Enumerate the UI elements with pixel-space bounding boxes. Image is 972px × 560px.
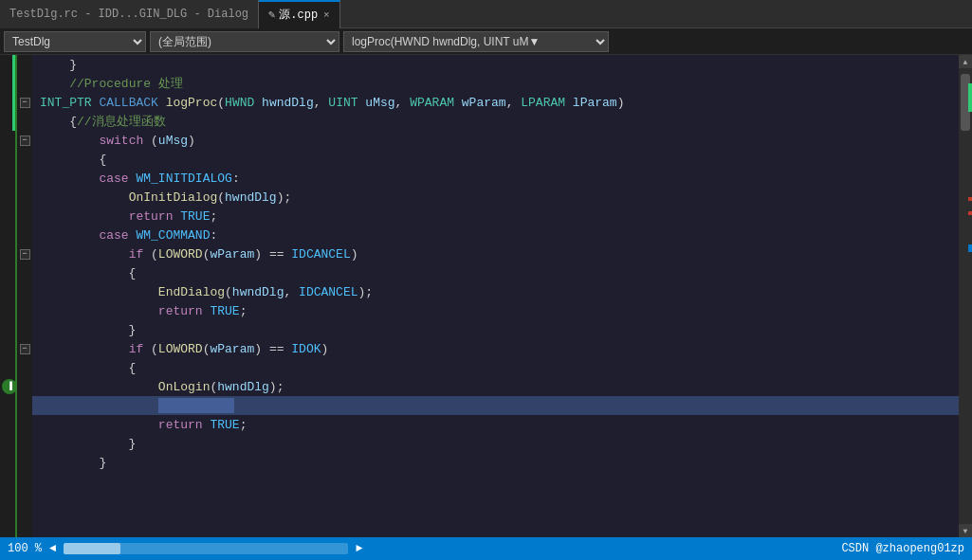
- code-line-12: {: [32, 263, 959, 282]
- code-line-7: case WM_INITDIALOG :: [32, 169, 959, 188]
- code-line-17: {: [32, 358, 959, 377]
- class-dropdown[interactable]: TestDlg: [4, 31, 146, 52]
- code-line-3: INT_PTR CALLBACK logProc ( HWND hwndDlg …: [32, 93, 959, 112]
- code-line-16: if ( LOWORD ( wParam ) == IDOK ): [32, 339, 959, 358]
- status-left: 100 % ◄ ►: [8, 542, 362, 555]
- code-line-22: }: [32, 453, 959, 472]
- tab-source-modified: ✎: [268, 8, 275, 22]
- horizontal-scrollbar-thumb[interactable]: [64, 543, 120, 554]
- tab-close-button[interactable]: ×: [323, 9, 330, 21]
- code-editor[interactable]: } //Procedure 处理 INT_PTR CALLBACK logPro…: [32, 55, 959, 537]
- fold-item-14: [17, 301, 32, 320]
- code-line-6: {: [32, 150, 959, 169]
- code-line-5: switch ( uMsg ): [32, 131, 959, 150]
- scroll-right-button[interactable]: ►: [356, 542, 362, 555]
- scroll-left-button[interactable]: ◄: [49, 542, 56, 555]
- left-gutter: ▐: [0, 55, 17, 537]
- editor-body: ▐ − − −: [0, 55, 972, 537]
- vertical-scrollbar[interactable]: ▲ ▼: [959, 55, 972, 537]
- fold-item-21: [17, 434, 32, 453]
- fold-item-4: [17, 112, 32, 131]
- tab-testdlg[interactable]: TestDlg.rc - IDD...GIN_DLG - Dialog: [0, 0, 259, 28]
- fold-box-16[interactable]: −: [20, 344, 30, 354]
- code-line-14: return TRUE ;: [32, 301, 959, 320]
- fold-item-18: [17, 377, 32, 396]
- fold-item-3[interactable]: −: [17, 93, 32, 112]
- highlight-selection: [158, 398, 234, 413]
- fold-item-2: [17, 74, 32, 93]
- scroll-marker-3: [968, 244, 972, 252]
- fold-box-3[interactable]: −: [20, 98, 30, 108]
- fold-item-10: [17, 226, 32, 244]
- code-line-15: }: [32, 320, 959, 339]
- status-bar: 100 % ◄ ► CSDN @zhaopeng01zp: [0, 537, 972, 560]
- scroll-marker-1: [968, 197, 972, 201]
- code-line-20: return TRUE ;: [32, 415, 959, 434]
- code-line-1: }: [32, 55, 959, 74]
- credit-text: CSDN @zhaopeng01zp: [841, 542, 964, 555]
- code-line-13: EndDialog ( hwndDlg , IDCANCEL );: [32, 282, 959, 301]
- fold-item-22: [17, 453, 32, 472]
- fold-box-11[interactable]: −: [20, 249, 30, 260]
- fold-item-12: [17, 263, 32, 282]
- status-right: CSDN @zhaopeng01zp: [841, 542, 964, 555]
- tab-source-label: 源.cpp: [279, 7, 318, 23]
- function-dropdown[interactable]: logProc(HWND hwndDlg, UINT uM▼: [343, 31, 609, 52]
- green-change-bar: [12, 55, 15, 537]
- tab-source-cpp[interactable]: ✎ 源.cpp ×: [259, 0, 340, 28]
- scroll-marker-2: [968, 211, 972, 215]
- code-line-9: return TRUE ;: [32, 207, 959, 226]
- fold-box-5[interactable]: −: [20, 135, 30, 146]
- scroll-marker-green: [968, 83, 972, 112]
- title-bar: TestDlg.rc - IDD...GIN_DLG - Dialog ✎ 源.…: [0, 0, 972, 28]
- fold-item-6: [17, 150, 32, 169]
- scroll-down-button[interactable]: ▼: [959, 524, 972, 537]
- tab-testdlg-label: TestDlg.rc - IDD...GIN_DLG - Dialog: [9, 8, 248, 21]
- fold-item-15: [17, 320, 32, 339]
- scope-dropdown[interactable]: (全局范围): [150, 31, 339, 52]
- fold-item-16[interactable]: −: [17, 339, 32, 358]
- code-line-2: //Procedure 处理: [32, 74, 959, 93]
- code-line-18: OnLogin ( hwndDlg );: [32, 377, 959, 396]
- scroll-up-button[interactable]: ▲: [959, 55, 972, 68]
- toolbar: TestDlg (全局范围) logProc(HWND hwndDlg, UIN…: [0, 28, 972, 55]
- bookmark-icon: ▐: [2, 379, 17, 394]
- code-line-19: [32, 396, 959, 415]
- code-line-11: if ( LOWORD ( wParam ) == IDCANCEL ): [32, 244, 959, 263]
- code-line-21: }: [32, 434, 959, 453]
- fold-item-5[interactable]: −: [17, 131, 32, 150]
- fold-item-20: [17, 415, 32, 434]
- fold-item-13: [17, 282, 32, 301]
- fold-item-11[interactable]: −: [17, 244, 32, 263]
- fold-item-19: [17, 396, 32, 415]
- fold-item-8: [17, 188, 32, 207]
- fold-item-7: [17, 169, 32, 188]
- horizontal-scrollbar[interactable]: [64, 543, 348, 554]
- fold-item-17: [17, 358, 32, 377]
- fold-item-9: [17, 207, 32, 226]
- code-line-10: case WM_COMMAND :: [32, 226, 959, 244]
- fold-column: − − − −: [17, 55, 32, 537]
- code-line-8: OnInitDialog ( hwndDlg );: [32, 188, 959, 207]
- fold-item-1: [17, 55, 32, 74]
- code-line-4: {//消息处理函数: [32, 112, 959, 131]
- zoom-level: 100 %: [8, 542, 42, 555]
